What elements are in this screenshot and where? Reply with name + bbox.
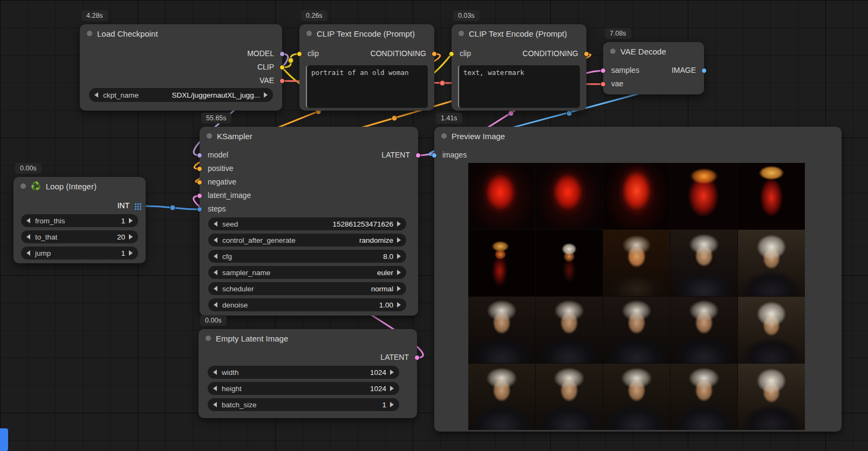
height-widget[interactable]: height 1024 (208, 382, 399, 395)
node-title-bar[interactable]: Load Checkpoint (80, 24, 282, 43)
to-that-widget[interactable]: to_that 20 (21, 230, 138, 243)
positive-prompt-text[interactable]: portrait of an old woman (306, 65, 428, 108)
node-title: Preview Image (452, 132, 505, 141)
latent-image-input-dot[interactable] (197, 193, 202, 199)
model-output-dot[interactable] (279, 51, 285, 57)
node-status-dot (206, 336, 211, 341)
increment-arrow-icon[interactable] (129, 218, 133, 223)
node-status-dot (207, 133, 212, 139)
positive-input-dot[interactable] (197, 166, 202, 172)
node-loop-integer[interactable]: 0.00s ♻️ Loop (Integer) INT from_this 1 … (13, 177, 146, 263)
model-input-dot[interactable] (197, 153, 202, 158)
slot-label: LATENT (381, 151, 410, 159)
decrement-arrow-icon[interactable] (94, 92, 98, 98)
increment-arrow-icon[interactable] (129, 250, 133, 256)
scheduler-widget[interactable]: scheduler normal (208, 282, 406, 295)
decrement-arrow-icon[interactable] (213, 402, 217, 407)
decrement-arrow-icon[interactable] (213, 386, 217, 391)
node-title-bar[interactable]: VAE Decode (603, 42, 704, 60)
preview-cell (536, 163, 603, 229)
decrement-arrow-icon[interactable] (214, 286, 217, 291)
slot-label: steps (208, 204, 225, 213)
decrement-arrow-icon[interactable] (214, 254, 217, 259)
decrement-arrow-icon[interactable] (214, 270, 217, 275)
image-output-dot[interactable] (701, 68, 707, 73)
node-title-bar[interactable]: ♻️ Loop (Integer) (13, 177, 146, 195)
steps-input-dot[interactable] (197, 207, 202, 212)
increment-arrow-icon[interactable] (129, 234, 133, 240)
positive-input-row: positive (200, 162, 418, 175)
link-dot[interactable] (508, 111, 514, 116)
increment-arrow-icon[interactable] (397, 286, 401, 291)
latent-image-input-row: latent_image (200, 189, 418, 202)
node-title-bar[interactable]: KSampler (200, 127, 418, 145)
clip-input-dot[interactable] (297, 51, 302, 57)
widget-label: from_this (35, 217, 65, 225)
node-empty-latent-image[interactable]: 0.00s Empty Latent Image LATENT width 10… (199, 329, 417, 418)
latent-output-dot[interactable] (414, 355, 420, 360)
denoise-widget[interactable]: denoise 1.00 (208, 298, 406, 311)
increment-arrow-icon[interactable] (397, 237, 401, 243)
decrement-arrow-icon[interactable] (214, 237, 217, 243)
clip-input-dot[interactable] (449, 51, 454, 57)
preview-cell (738, 297, 805, 363)
node-title: KSampler (217, 132, 252, 141)
negative-input-dot[interactable] (197, 180, 202, 185)
ckpt-name-widget[interactable]: ckpt_name SDXL/juggernautXL_jugg... (89, 88, 273, 102)
link-dot[interactable] (440, 80, 445, 86)
increment-arrow-icon[interactable] (390, 386, 394, 391)
samples-input-dot[interactable] (600, 68, 606, 73)
node-load-checkpoint[interactable]: 4.28s Load Checkpoint MODEL CLIP VAE ckp… (80, 24, 282, 111)
vae-input-dot[interactable] (600, 81, 606, 87)
node-preview-image[interactable]: 1.41s Preview Image images (434, 127, 842, 432)
sampler-name-widget[interactable]: sampler_name euler (208, 266, 406, 279)
latent-output-dot[interactable] (415, 153, 421, 158)
conditioning-output-dot[interactable] (584, 51, 589, 57)
increment-arrow-icon[interactable] (390, 370, 394, 375)
node-clip-text-encode-positive[interactable]: 0.26s CLIP Text Encode (Prompt) clip CON… (299, 24, 434, 111)
negative-prompt-text[interactable]: text, watermark (458, 65, 580, 108)
batch-size-widget[interactable]: batch_size 1 (208, 398, 399, 411)
increment-arrow-icon[interactable] (397, 302, 401, 308)
widget-label: jump (35, 249, 51, 257)
control-after-generate-widget[interactable]: control_after_generate randomize (208, 234, 406, 247)
link-dot[interactable] (288, 58, 293, 63)
jump-widget[interactable]: jump 1 (21, 247, 138, 259)
preview-cell (671, 297, 737, 363)
decrement-arrow-icon[interactable] (214, 221, 217, 227)
images-input-dot[interactable] (432, 153, 437, 158)
width-widget[interactable]: width 1024 (208, 366, 399, 379)
increment-arrow-icon[interactable] (390, 402, 394, 407)
vae-output-dot[interactable] (279, 78, 285, 84)
node-title-bar[interactable]: Preview Image (434, 127, 842, 145)
decrement-arrow-icon[interactable] (26, 234, 30, 240)
link-dot[interactable] (170, 205, 175, 210)
increment-arrow-icon[interactable] (397, 254, 401, 259)
node-title-bar[interactable]: Empty Latent Image (199, 329, 417, 347)
preview-cell (468, 364, 535, 430)
link-dot[interactable] (566, 111, 572, 116)
link-dot[interactable] (392, 115, 397, 121)
increment-arrow-icon[interactable] (397, 221, 401, 227)
node-ksampler[interactable]: 55.65s KSampler model LATENT positive ne… (200, 127, 418, 316)
conditioning-output-dot[interactable] (432, 51, 437, 57)
node-title-bar[interactable]: CLIP Text Encode (Prompt) (452, 24, 586, 43)
increment-arrow-icon[interactable] (397, 270, 401, 275)
int-grid-icon[interactable] (134, 203, 142, 210)
decrement-arrow-icon[interactable] (214, 302, 217, 308)
slot-label: clip (307, 49, 319, 58)
decrement-arrow-icon[interactable] (26, 218, 30, 223)
widget-label: batch_size (222, 401, 257, 409)
node-vae-decode[interactable]: 7.08s VAE Decode samples IMAGE vae (603, 42, 704, 94)
preview-grid (468, 163, 805, 430)
node-clip-text-encode-negative[interactable]: 0.03s CLIP Text Encode (Prompt) clip CON… (452, 24, 586, 111)
increment-arrow-icon[interactable] (264, 92, 268, 98)
clip-output-dot[interactable] (279, 65, 285, 70)
node-title-bar[interactable]: CLIP Text Encode (Prompt) (299, 24, 434, 43)
widget-value: 152861253471626 (332, 220, 401, 228)
seed-widget[interactable]: seed 152861253471626 (208, 217, 406, 230)
cfg-widget[interactable]: cfg 8.0 (208, 250, 406, 263)
decrement-arrow-icon[interactable] (26, 250, 30, 256)
from-this-widget[interactable]: from_this 1 (21, 214, 138, 227)
decrement-arrow-icon[interactable] (213, 370, 217, 375)
